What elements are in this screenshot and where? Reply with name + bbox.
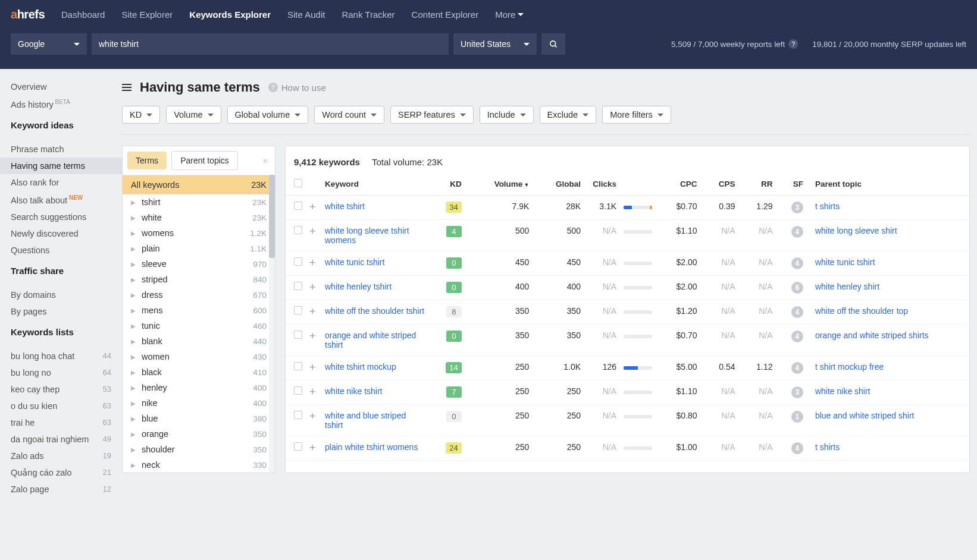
add-icon[interactable]: + xyxy=(309,386,316,398)
row-checkbox[interactable] xyxy=(294,411,302,419)
search-button[interactable] xyxy=(541,33,565,55)
sidebar-item-o-du-su-kien[interactable]: o du su kien63 xyxy=(0,398,122,414)
term-row[interactable]: ▶tshirt23K xyxy=(123,194,275,210)
term-row[interactable]: ▶shoulder350 xyxy=(123,442,275,457)
row-checkbox[interactable] xyxy=(294,306,302,314)
nav-keywords-explorer[interactable]: Keywords Explorer xyxy=(189,10,271,20)
keyword-link[interactable]: white henley tshirt xyxy=(325,282,392,291)
search-engine-select[interactable]: Google xyxy=(11,33,87,55)
term-row[interactable]: ▶tunic460 xyxy=(123,318,275,334)
col-rr[interactable]: RR xyxy=(738,173,776,196)
col-global[interactable]: Global xyxy=(533,173,584,196)
col-parent-topic[interactable]: Parent topic xyxy=(807,173,969,196)
filter-word-count[interactable]: Word count xyxy=(314,106,384,124)
filter-exclude[interactable]: Exclude xyxy=(540,106,597,124)
term-row[interactable]: ▶sleeve970 xyxy=(123,256,275,272)
keyword-link[interactable]: white tshirt mockup xyxy=(325,362,396,372)
term-row[interactable]: ▶women430 xyxy=(123,349,275,364)
add-icon[interactable]: + xyxy=(309,257,316,269)
keyword-link[interactable]: orange and white striped tshirt xyxy=(325,331,416,350)
nav-rank-tracker[interactable]: Rank Tracker xyxy=(342,10,394,20)
col-clicks[interactable]: Clicks xyxy=(584,173,620,196)
sidebar-item-by-pages[interactable]: By pages xyxy=(0,303,122,320)
term-row[interactable]: ▶nike400 xyxy=(123,395,275,411)
parent-topic-link[interactable]: orange and white striped shirts xyxy=(815,331,929,340)
keyword-link[interactable]: plain white tshirt womens xyxy=(325,442,418,452)
term-row[interactable]: ▶orange350 xyxy=(123,426,275,442)
parent-topic-link[interactable]: white long sleeve shirt xyxy=(815,226,897,235)
sidebar-item-by-domains[interactable]: By domains xyxy=(0,287,122,303)
parent-topic-link[interactable]: t shirts xyxy=(815,442,840,452)
row-checkbox[interactable] xyxy=(294,202,302,210)
nav-site-explorer[interactable]: Site Explorer xyxy=(121,10,173,20)
sidebar-item-zalo-page[interactable]: Zalo page12 xyxy=(0,481,122,498)
row-checkbox[interactable] xyxy=(294,257,302,266)
terms-scrollbar[interactable] xyxy=(269,175,275,473)
keyword-link[interactable]: white long sleeve tshirt womens xyxy=(325,226,409,245)
nav-site-audit[interactable]: Site Audit xyxy=(287,10,325,20)
parent-topic-link[interactable]: blue and white striped shirt xyxy=(815,411,915,420)
row-checkbox[interactable] xyxy=(294,362,302,370)
menu-icon[interactable] xyxy=(122,84,131,91)
term-row[interactable]: ▶mens600 xyxy=(123,303,275,318)
collapse-icon[interactable]: « xyxy=(263,156,270,165)
filter-include[interactable]: Include xyxy=(480,106,534,124)
row-checkbox[interactable] xyxy=(294,282,302,290)
sidebar-item-having-same-terms[interactable]: Having same terms xyxy=(0,158,122,174)
term-row[interactable]: ▶striped840 xyxy=(123,272,275,287)
help-icon[interactable]: ? xyxy=(788,39,798,49)
row-checkbox[interactable] xyxy=(294,331,302,339)
col-cpc[interactable]: CPC xyxy=(656,173,701,196)
keyword-input[interactable] xyxy=(92,33,449,55)
keyword-link[interactable]: white and blue striped tshirt xyxy=(325,411,406,430)
select-all-checkbox[interactable] xyxy=(294,179,302,187)
nav-dashboard[interactable]: Dashboard xyxy=(61,10,105,20)
row-checkbox[interactable] xyxy=(294,226,302,234)
row-checkbox[interactable] xyxy=(294,386,302,395)
term-row[interactable]: ▶plain1.1K xyxy=(123,241,275,256)
add-icon[interactable]: + xyxy=(309,281,316,293)
tab-terms[interactable]: Terms xyxy=(127,152,167,169)
tab-parent-topics[interactable]: Parent topics xyxy=(171,151,238,170)
sidebar-item-search-suggestions[interactable]: Search suggestions xyxy=(0,209,122,225)
sidebar-item-bu-long-no[interactable]: bu long no64 xyxy=(0,364,122,381)
keyword-link[interactable]: white nike tshirt xyxy=(325,386,382,396)
parent-topic-link[interactable]: white off the shoulder top xyxy=(815,306,908,316)
col-kd[interactable]: KD xyxy=(428,173,465,196)
sidebar-item-keo-cay-thep[interactable]: keo cay thep53 xyxy=(0,381,122,398)
filter-more-filters[interactable]: More filters xyxy=(602,106,671,124)
sidebar-item-quảng-cáo-zalo[interactable]: Quảng cáo zalo21 xyxy=(0,464,122,481)
sidebar-item-phrase-match[interactable]: Phrase match xyxy=(0,141,122,158)
filter-volume[interactable]: Volume xyxy=(166,106,221,124)
add-icon[interactable]: + xyxy=(309,361,316,373)
add-icon[interactable]: + xyxy=(309,330,316,342)
sidebar-item-ads-history[interactable]: Ads history BETA xyxy=(0,95,122,113)
term-row[interactable]: ▶black410 xyxy=(123,364,275,380)
country-select[interactable]: United States xyxy=(453,33,537,55)
add-icon[interactable]: + xyxy=(309,306,316,317)
filter-global-volume[interactable]: Global volume xyxy=(227,106,309,124)
parent-topic-link[interactable]: white tunic tshirt xyxy=(815,257,875,267)
term-row[interactable]: ▶neck330 xyxy=(123,457,275,473)
add-icon[interactable]: + xyxy=(309,442,316,454)
col-volume[interactable]: Volume▼ xyxy=(465,173,533,196)
col-cps[interactable]: CPS xyxy=(701,173,739,196)
how-to-use-link[interactable]: ? How to use xyxy=(268,83,326,93)
filter-serp-features[interactable]: SERP features xyxy=(390,106,474,124)
term-row[interactable]: ▶blank440 xyxy=(123,334,275,349)
parent-topic-link[interactable]: t shirt mockup free xyxy=(815,362,884,372)
sidebar-item-bu-long-hoa-chat[interactable]: bu long hoa chat44 xyxy=(0,348,122,364)
sidebar-item-trai-he[interactable]: trai he63 xyxy=(0,414,122,431)
sidebar-item-zalo-ads[interactable]: Zalo ads19 xyxy=(0,448,122,464)
sidebar-item-da-ngoai-trai-nghiem[interactable]: da ngoai trai nghiem49 xyxy=(0,431,122,448)
add-icon[interactable]: + xyxy=(309,225,316,237)
all-keywords-row[interactable]: All keywords 23K xyxy=(123,175,275,194)
term-row[interactable]: ▶white23K xyxy=(123,210,275,225)
logo[interactable]: ahrefs xyxy=(11,8,45,21)
col-sf[interactable]: SF xyxy=(776,173,807,196)
col-keyword[interactable]: Keyword xyxy=(321,173,428,196)
add-icon[interactable]: + xyxy=(309,201,316,213)
keyword-link[interactable]: white off the shoulder tshirt xyxy=(325,306,424,316)
keyword-link[interactable]: white tshirt xyxy=(325,202,365,211)
filter-kd[interactable]: KD xyxy=(122,106,160,124)
